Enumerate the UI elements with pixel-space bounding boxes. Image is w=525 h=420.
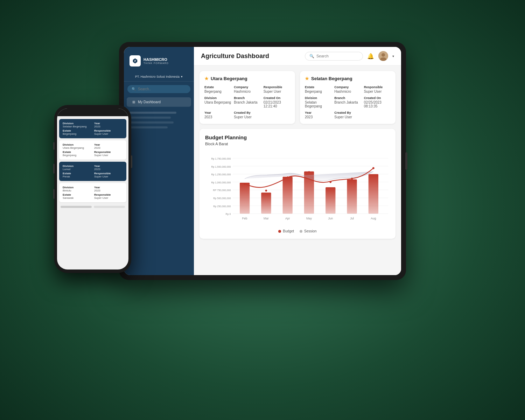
year-field: Year 2023 <box>305 111 331 119</box>
svg-text:#: # <box>134 59 136 63</box>
search-icon: 🔍 <box>132 87 136 91</box>
chart-legend: Budget Session <box>205 229 390 233</box>
created-on-field: Created On 02/21/2023 12:21:40 <box>264 96 290 108</box>
estate-cards-row: ★ Utara Begerpang Estate Begerpang Compa… <box>200 71 396 124</box>
estate-card-selatan: ★ Selatan Begerpang Estate Begerpang Com… <box>300 71 396 124</box>
avatar[interactable] <box>378 51 388 61</box>
estate-label: Estate Begerpang <box>63 150 91 157</box>
division-field: Division Utara Begerpang <box>204 96 231 108</box>
svg-text:Jun: Jun <box>328 217 333 220</box>
year-label: Year 2023 <box>94 122 123 128</box>
svg-text:Rp 1,500,000,000: Rp 1,500,000,000 <box>211 166 231 168</box>
bell-icon[interactable]: 🔔 <box>367 53 374 59</box>
item-grid: Division Bintulu Year 2023 Estate Sarawa… <box>63 186 123 200</box>
svg-text:Aug: Aug <box>371 217 376 220</box>
phone-list: Division Selatan Begerpang Year 2023 Est… <box>57 116 128 212</box>
svg-text:Apr: Apr <box>285 217 290 220</box>
svg-text:Rp 1,250,000,000: Rp 1,250,000,000 <box>211 173 231 176</box>
responsible-field: Responsible Super User <box>364 85 391 93</box>
logo-icon: # <box>130 55 141 66</box>
card-title-selatan: ★ Selatan Begerpang <box>305 76 391 81</box>
phone-volume-up-button <box>53 164 55 174</box>
estate-label: Estate Begerpang <box>63 129 91 135</box>
svg-point-28 <box>265 190 267 192</box>
svg-point-2 <box>382 53 385 57</box>
sidebar-search-input[interactable] <box>138 87 186 91</box>
list-item[interactable]: Division Selatan Begerpang Year 2023 Est… <box>59 119 126 138</box>
svg-text:Feb: Feb <box>242 217 247 220</box>
created-on-field: Created On 02/25/2023 08:13:35 <box>364 96 391 108</box>
svg-point-30 <box>308 171 310 173</box>
estate-field: Estate Begerpang <box>204 85 231 93</box>
list-item[interactable]: Division Utara Begerpang Year 2023 Estat… <box>59 140 126 160</box>
card-fields-selatan: Estate Begerpang Company Hashmicro Respo… <box>305 85 391 119</box>
budget-planning-card: Budget Planning Block A Barat Rp 1,750,0… <box>200 129 396 239</box>
estate-card-utara: ★ Utara Begerpang Estate Begerpang Compa… <box>200 71 295 124</box>
responsible-label: Responsible Super User <box>94 150 123 157</box>
svg-point-33 <box>372 167 374 169</box>
phone-notch <box>82 108 103 115</box>
item-grid: Division Utara Begerpang Year 2023 Estat… <box>63 143 123 157</box>
branch-field: Branch Branch Jakarta <box>234 96 260 108</box>
year-label: Year 2023 <box>94 164 123 171</box>
list-item[interactable]: Division Bintulu Year 2023 Estate Sarawa… <box>59 183 126 202</box>
svg-point-32 <box>351 178 353 180</box>
phone-volume-down-button <box>53 189 55 199</box>
svg-text:Rp 500,000,000: Rp 500,000,000 <box>213 197 231 200</box>
list-item[interactable]: Division Lumut Year 2023 Estate Perak Re… <box>59 162 126 181</box>
dashboard-content: ★ Utara Begerpang Estate Begerpang Compa… <box>194 65 401 275</box>
legend-session-dot <box>300 230 302 233</box>
item-grid: Division Lumut Year 2023 Estate Perak Re… <box>63 164 123 178</box>
header-search-input[interactable] <box>316 54 358 58</box>
logo-area: # HASHMICRO THINK FORWARD <box>124 52 194 72</box>
sidebar-item-label: My Dashboard <box>138 100 161 104</box>
year-label: Year 2023 <box>94 186 123 192</box>
chart-svg: Rp 1,750,000,000 Rp 1,500,000,000 Rp 1,2… <box>205 149 390 226</box>
phone-screen: Division Selatan Begerpang Year 2023 Est… <box>57 108 128 270</box>
svg-text:Rp 0: Rp 0 <box>226 213 231 216</box>
division-label: Division Lumut <box>63 164 91 171</box>
division-label: Division Utara Begerpang <box>63 143 91 149</box>
header-search[interactable]: 🔍 <box>305 52 363 61</box>
placeholder-rows <box>59 204 126 209</box>
sidebar-item-dashboard[interactable]: ⊞ My Dashboard <box>127 97 191 107</box>
svg-point-29 <box>287 176 289 178</box>
search-icon: 🔍 <box>309 54 314 58</box>
dashboard-icon: ⊞ <box>132 100 135 104</box>
svg-rect-26 <box>369 174 378 214</box>
svg-text:Rp 250,000,000: Rp 250,000,000 <box>213 205 231 208</box>
company-field: Company Hashmicro <box>334 85 361 93</box>
estate-field: Estate Begerpang <box>305 85 331 93</box>
company-field: Company Hashmicro <box>234 85 260 93</box>
responsible-label: Responsible Super User <box>94 193 123 200</box>
chevron-down-icon: ▾ <box>181 75 183 78</box>
year-field: Year 2023 <box>204 111 231 119</box>
responsible-field: Responsible Super User <box>264 85 290 93</box>
tablet-screen: # HASHMICRO THINK FORWARD PT. Hashmicro … <box>124 47 401 275</box>
svg-point-27 <box>244 183 246 185</box>
budget-chart: Rp 1,750,000,000 Rp 1,500,000,000 Rp 1,2… <box>205 149 390 226</box>
sidebar-search[interactable]: 🔍 <box>127 85 190 93</box>
svg-rect-24 <box>326 187 335 214</box>
estate-label: Estate Sarawak <box>63 193 91 200</box>
svg-rect-25 <box>347 179 357 214</box>
svg-text:Jul: Jul <box>350 217 354 220</box>
company-selector[interactable]: PT. Hashmicro Solusi Indonesia ▾ <box>124 72 194 82</box>
responsible-label: Responsible Super User <box>94 129 123 135</box>
legend-session: Session <box>300 229 317 233</box>
budget-title: Budget Planning <box>205 134 390 140</box>
logo-brand: HASHMICRO <box>144 57 169 62</box>
svg-text:Rp 1,000,000,000: Rp 1,000,000,000 <box>211 181 231 184</box>
tablet-device: # HASHMICRO THINK FORWARD PT. Hashmicro … <box>119 42 406 280</box>
avatar-chevron[interactable]: ▾ <box>392 54 394 58</box>
division-label: Division Selatan Begerpang <box>63 122 91 128</box>
star-icon: ★ <box>204 76 209 81</box>
created-by-field: Created By Super User <box>234 111 260 119</box>
phone-power-button <box>131 155 132 168</box>
logo-tagline: THINK FORWARD <box>144 62 169 64</box>
page-title: Agriculture Dashboard <box>201 52 269 60</box>
phone-device: Division Selatan Begerpang Year 2023 Est… <box>54 105 131 273</box>
legend-budget-dot <box>278 230 281 233</box>
company-name: PT. Hashmicro Solusi Indonesia <box>135 75 180 78</box>
year-label: Year 2023 <box>94 143 123 149</box>
